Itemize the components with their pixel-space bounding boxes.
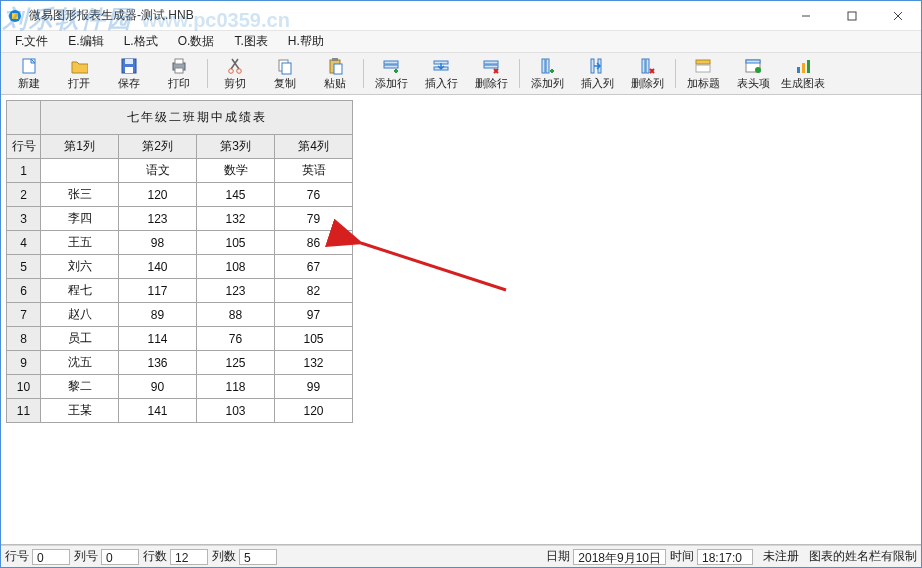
- data-cell[interactable]: 沈五: [41, 351, 119, 375]
- insrow-icon: [431, 57, 451, 75]
- data-cell[interactable]: 123: [119, 207, 197, 231]
- column-header[interactable]: 第3列: [197, 135, 275, 159]
- corner-cell[interactable]: [7, 101, 41, 135]
- data-cell[interactable]: 141: [119, 399, 197, 423]
- data-cell[interactable]: 97: [275, 303, 353, 327]
- data-cell[interactable]: 刘六: [41, 255, 119, 279]
- data-cell[interactable]: 数学: [197, 159, 275, 183]
- data-cell[interactable]: 67: [275, 255, 353, 279]
- data-cell[interactable]: 123: [197, 279, 275, 303]
- toolbar-delrow-button[interactable]: 删除行: [466, 55, 516, 92]
- row-number[interactable]: 5: [7, 255, 41, 279]
- menu-item[interactable]: L.格式: [116, 31, 166, 52]
- minimize-button[interactable]: [783, 1, 829, 31]
- toolbar-cut-button[interactable]: 剪切: [210, 55, 260, 92]
- table-title[interactable]: 七年级二班期中成绩表: [41, 101, 353, 135]
- data-cell[interactable]: 76: [275, 183, 353, 207]
- data-cell[interactable]: 120: [275, 399, 353, 423]
- svg-rect-28: [646, 59, 649, 73]
- toolbar-delcol-button[interactable]: 删除列: [622, 55, 672, 92]
- row-number[interactable]: 9: [7, 351, 41, 375]
- toolbar-new-button[interactable]: 新建: [4, 55, 54, 92]
- maximize-button[interactable]: [829, 1, 875, 31]
- column-header[interactable]: 第1列: [41, 135, 119, 159]
- data-cell[interactable]: 赵八: [41, 303, 119, 327]
- row-number[interactable]: 2: [7, 183, 41, 207]
- toolbar-copy-button[interactable]: 复制: [260, 55, 310, 92]
- data-cell[interactable]: 李四: [41, 207, 119, 231]
- data-cell[interactable]: 132: [197, 207, 275, 231]
- menu-item[interactable]: F.文件: [7, 31, 56, 52]
- data-cell[interactable]: 90: [119, 375, 197, 399]
- column-header[interactable]: 第2列: [119, 135, 197, 159]
- data-cell[interactable]: 79: [275, 207, 353, 231]
- data-cell[interactable]: 黎二: [41, 375, 119, 399]
- data-cell[interactable]: 82: [275, 279, 353, 303]
- data-cell[interactable]: 程七: [41, 279, 119, 303]
- data-cell[interactable]: [41, 159, 119, 183]
- menu-item[interactable]: T.图表: [226, 31, 275, 52]
- data-cell[interactable]: 86: [275, 231, 353, 255]
- close-button[interactable]: [875, 1, 921, 31]
- svg-rect-29: [696, 60, 710, 64]
- data-cell[interactable]: 105: [197, 231, 275, 255]
- row-number[interactable]: 3: [7, 207, 41, 231]
- data-cell[interactable]: 132: [275, 351, 353, 375]
- data-cell[interactable]: 89: [119, 303, 197, 327]
- row-number[interactable]: 1: [7, 159, 41, 183]
- data-cell[interactable]: 88: [197, 303, 275, 327]
- data-cell[interactable]: 张三: [41, 183, 119, 207]
- data-table[interactable]: 七年级二班期中成绩表 行号 第1列第2列第3列第4列 1语文数学英语2张三120…: [6, 100, 353, 423]
- menu-item[interactable]: H.帮助: [280, 31, 332, 52]
- data-cell[interactable]: 114: [119, 327, 197, 351]
- row-number[interactable]: 6: [7, 279, 41, 303]
- data-cell[interactable]: 王五: [41, 231, 119, 255]
- data-cell[interactable]: 125: [197, 351, 275, 375]
- toolbar-insrow-button[interactable]: 插入行: [416, 55, 466, 92]
- toolbar-label: 打开: [68, 76, 90, 91]
- data-cell[interactable]: 108: [197, 255, 275, 279]
- toolbar-title-button[interactable]: 加标题: [678, 55, 728, 92]
- spreadsheet: 七年级二班期中成绩表 行号 第1列第2列第3列第4列 1语文数学英语2张三120…: [6, 100, 353, 423]
- row-header-label[interactable]: 行号: [7, 135, 41, 159]
- data-cell[interactable]: 136: [119, 351, 197, 375]
- toolbar-label: 剪切: [224, 76, 246, 91]
- toolbar-open-button[interactable]: 打开: [54, 55, 104, 92]
- svg-rect-5: [125, 67, 133, 73]
- row-number[interactable]: 8: [7, 327, 41, 351]
- data-cell[interactable]: 76: [197, 327, 275, 351]
- toolbar-inscol-button[interactable]: 插入列: [572, 55, 622, 92]
- work-area[interactable]: 七年级二班期中成绩表 行号 第1列第2列第3列第4列 1语文数学英语2张三120…: [1, 95, 921, 545]
- data-cell[interactable]: 语文: [119, 159, 197, 183]
- data-cell[interactable]: 117: [119, 279, 197, 303]
- title-bar: 微易图形报表生成器-测试.HNB: [1, 1, 921, 31]
- toolbar-paste-button[interactable]: 粘贴: [310, 55, 360, 92]
- toolbar-chart-button[interactable]: 生成图表: [778, 55, 828, 92]
- toolbar-save-button[interactable]: 保存: [104, 55, 154, 92]
- data-cell[interactable]: 英语: [275, 159, 353, 183]
- data-cell[interactable]: 105: [275, 327, 353, 351]
- toolbar-addcol-button[interactable]: 添加列: [522, 55, 572, 92]
- row-number[interactable]: 4: [7, 231, 41, 255]
- toolbar-label: 删除行: [475, 76, 508, 91]
- toolbar-addrow-button[interactable]: 添加行: [366, 55, 416, 92]
- row-number[interactable]: 11: [7, 399, 41, 423]
- svg-rect-16: [334, 64, 342, 74]
- row-number[interactable]: 10: [7, 375, 41, 399]
- svg-rect-15: [332, 58, 338, 61]
- data-cell[interactable]: 118: [197, 375, 275, 399]
- toolbar-header-button[interactable]: 表头项: [728, 55, 778, 92]
- data-cell[interactable]: 王某: [41, 399, 119, 423]
- data-cell[interactable]: 98: [119, 231, 197, 255]
- menu-item[interactable]: E.编辑: [60, 31, 111, 52]
- data-cell[interactable]: 120: [119, 183, 197, 207]
- column-header[interactable]: 第4列: [275, 135, 353, 159]
- data-cell[interactable]: 103: [197, 399, 275, 423]
- menu-item[interactable]: O.数据: [170, 31, 223, 52]
- data-cell[interactable]: 员工: [41, 327, 119, 351]
- data-cell[interactable]: 145: [197, 183, 275, 207]
- toolbar-print-button[interactable]: 打印: [154, 55, 204, 92]
- row-number[interactable]: 7: [7, 303, 41, 327]
- data-cell[interactable]: 99: [275, 375, 353, 399]
- data-cell[interactable]: 140: [119, 255, 197, 279]
